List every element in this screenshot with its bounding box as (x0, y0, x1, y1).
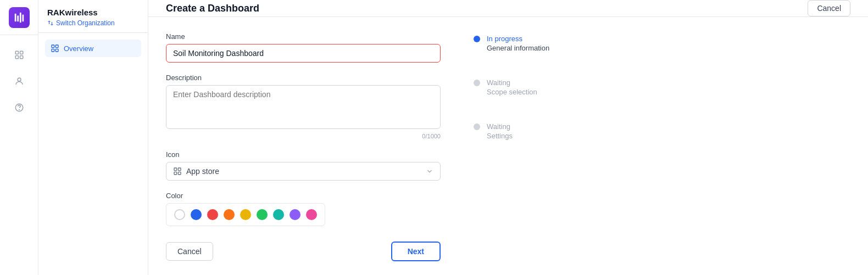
svg-rect-13 (52, 49, 54, 52)
color-dot-red[interactable] (207, 209, 218, 220)
main-body: Name Description 0/1000 Icon (148, 17, 868, 275)
svg-rect-6 (15, 56, 18, 59)
step-3-text: Waiting Settings (487, 122, 513, 140)
name-input[interactable] (166, 44, 441, 63)
nav-overview[interactable]: Overview (45, 40, 141, 57)
org-area: RAKwireless Switch Organization (38, 0, 148, 33)
step-3-name: Settings (487, 132, 513, 140)
step-1-dot (474, 36, 480, 42)
form-area: Name Description 0/1000 Icon (166, 32, 441, 261)
color-label: Color (166, 192, 441, 200)
form-footer: Cancel Next (166, 242, 441, 261)
color-dot-teal[interactable] (273, 209, 284, 220)
svg-rect-12 (55, 45, 58, 48)
left-nav: Overview (38, 33, 148, 64)
sidebar-dashboard-btn[interactable] (8, 44, 30, 66)
sidebar (0, 0, 38, 275)
description-group: Description 0/1000 (166, 74, 441, 139)
left-panel: RAKwireless Switch Organization Overview (38, 0, 148, 275)
name-label: Name (166, 32, 441, 41)
app-logo[interactable] (9, 7, 30, 28)
top-cancel-button[interactable]: Cancel (808, 0, 850, 16)
appstore-icon (173, 167, 182, 176)
description-textarea[interactable] (166, 85, 441, 129)
svg-rect-5 (20, 51, 23, 54)
sidebar-user-btn[interactable] (8, 70, 30, 92)
step-3: Waiting Settings (474, 122, 594, 140)
help-icon (14, 103, 24, 113)
step-2-text: Waiting Scope selection (487, 78, 537, 96)
color-dot-purple[interactable] (290, 209, 301, 220)
svg-rect-14 (55, 49, 58, 52)
color-dot-green[interactable] (257, 209, 268, 220)
char-count: 0/1000 (166, 133, 441, 139)
svg-rect-16 (178, 168, 181, 171)
svg-rect-15 (174, 168, 177, 171)
page-title: Create a Dashboard (166, 3, 259, 14)
step-1: In progress General information (474, 35, 594, 52)
overview-icon (51, 44, 59, 53)
color-dot-yellow[interactable] (240, 209, 251, 220)
step-3-status: Waiting (487, 122, 513, 131)
next-button[interactable]: Next (391, 242, 441, 261)
main-header: Create a Dashboard Cancel (148, 0, 868, 17)
color-picker (166, 203, 325, 226)
color-group: Color (166, 192, 441, 226)
description-label: Description (166, 74, 441, 82)
step-1-name: General information (487, 44, 549, 52)
step-2-status: Waiting (487, 78, 537, 87)
dashboard-icon (14, 50, 24, 60)
svg-rect-0 (14, 13, 16, 21)
main-content: Create a Dashboard Cancel Name Descripti… (148, 0, 868, 275)
step-3-dot (474, 124, 480, 130)
svg-rect-2 (19, 12, 21, 22)
icon-select-inner: App store (173, 167, 219, 176)
name-group: Name (166, 32, 441, 63)
svg-point-10 (19, 109, 19, 110)
chevron-down-icon (426, 167, 433, 175)
user-icon (14, 76, 24, 86)
switch-org-btn[interactable]: Switch Organization (47, 19, 139, 27)
switch-org-label: Switch Organization (56, 19, 115, 27)
svg-rect-11 (52, 45, 54, 48)
svg-rect-3 (22, 14, 24, 21)
step-2: Waiting Scope selection (474, 78, 594, 96)
icon-value: App store (186, 167, 219, 176)
svg-rect-18 (178, 172, 181, 175)
step-1-status: In progress (487, 35, 549, 43)
step-2-dot (474, 80, 480, 86)
svg-rect-7 (20, 56, 23, 59)
steps-panel: In progress General information Waiting … (474, 32, 594, 261)
step-2-name: Scope selection (487, 88, 537, 96)
logo-icon (13, 12, 25, 24)
svg-point-8 (18, 78, 21, 81)
color-dot-empty[interactable] (174, 209, 185, 220)
svg-rect-1 (17, 15, 19, 21)
logo-area (0, 0, 38, 35)
icon-group: Icon App store (166, 150, 441, 181)
org-name: RAKwireless (47, 8, 139, 17)
cancel-button[interactable]: Cancel (166, 242, 213, 261)
icon-select[interactable]: App store (166, 162, 441, 181)
icon-label: Icon (166, 150, 441, 159)
color-dot-pink[interactable] (306, 209, 317, 220)
sidebar-help-btn[interactable] (8, 97, 30, 119)
switch-icon (47, 20, 54, 26)
svg-rect-4 (15, 51, 18, 54)
overview-label: Overview (64, 44, 93, 53)
svg-rect-17 (174, 172, 177, 175)
color-dot-blue[interactable] (191, 209, 202, 220)
color-dot-orange[interactable] (224, 209, 235, 220)
step-1-text: In progress General information (487, 35, 549, 52)
sidebar-icon-group (8, 35, 30, 275)
